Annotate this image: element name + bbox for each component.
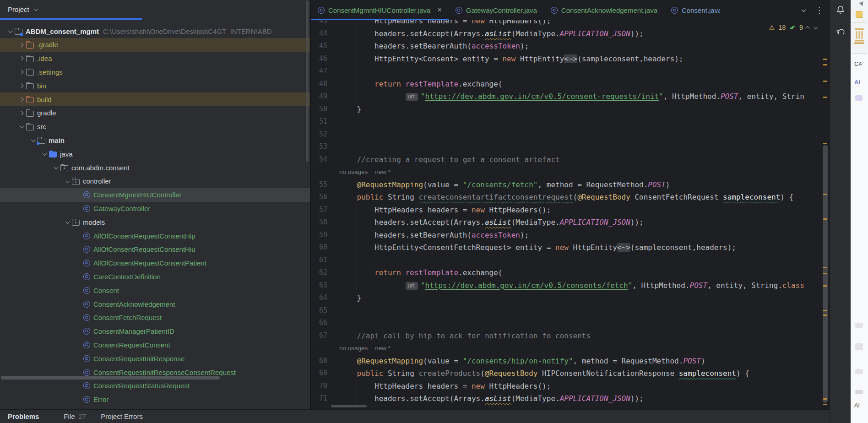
line-number[interactable]: 44	[311, 27, 327, 40]
code-line[interactable]: 57 HttpHeaders headers = new HttpHeaders…	[311, 204, 822, 217]
chevron-down-icon[interactable]	[31, 137, 35, 141]
tree-item-Error[interactable]: CError	[0, 393, 310, 407]
line-number[interactable]: 47	[311, 65, 327, 78]
line-number[interactable]: 43	[311, 20, 327, 27]
chevron-down-icon[interactable]	[20, 124, 24, 128]
tree-item-java[interactable]: java	[0, 147, 310, 161]
tree-item-bin[interactable]: bin	[0, 79, 310, 92]
code-line[interactable]: 63 url:"https://dev.abdm.gov.in/cm/v0.5/…	[311, 279, 822, 292]
tree-item-CareContextDefinition[interactable]: CCareContextDefinition	[0, 270, 310, 283]
warning-stripe-mark[interactable]	[823, 285, 827, 287]
code-line[interactable]: 55 @RequestMapping(value = "/consents/fe…	[311, 179, 822, 191]
chevron-down-icon[interactable]	[65, 219, 70, 223]
tab-file[interactable]: File	[64, 412, 75, 420]
note-icon[interactable]	[856, 11, 863, 18]
chevron-down-icon[interactable]	[43, 151, 47, 155]
code-line[interactable]: 71 headers.setAccept(Arrays.asList(Media…	[311, 392, 822, 405]
line-number[interactable]: 57	[311, 204, 327, 217]
tree-vertical-scrollbar[interactable]	[306, 0, 309, 162]
close-icon[interactable]: ×	[437, 6, 441, 14]
code-line[interactable]: 49 url:"https://dev.abdm.gov.in/cm/v0.5/…	[311, 90, 822, 103]
warning-stripe-mark[interactable]	[823, 398, 827, 400]
previous-problem-icon[interactable]	[805, 26, 810, 30]
tree-item-models[interactable]: models	[0, 215, 310, 229]
code-line[interactable]: 50 }	[311, 103, 822, 116]
line-number[interactable]: 71	[311, 392, 327, 405]
tree-item-.gradle[interactable]: .gradle	[0, 38, 310, 52]
chevron-right-icon[interactable]	[19, 111, 23, 115]
warning-stripe-mark[interactable]	[823, 143, 827, 144]
chevron-right-icon[interactable]	[19, 84, 23, 88]
warning-stripe-mark[interactable]	[823, 273, 827, 274]
code-line[interactable]: 62 return restTemplate.exchange(	[311, 266, 822, 279]
gradle-icon[interactable]	[830, 26, 851, 37]
line-number[interactable]: 68	[311, 355, 327, 368]
tree-item-.idea[interactable]: .idea	[0, 52, 310, 65]
line-number[interactable]: 50	[311, 103, 327, 116]
notifications-bell-icon[interactable]	[830, 5, 851, 15]
line-number[interactable]: 69	[311, 367, 327, 380]
code-line[interactable]: 64 }	[311, 292, 822, 304]
tree-item-ConsentFetchRequest[interactable]: CConsentFetchRequest	[0, 311, 310, 325]
code-line[interactable]: 53	[311, 141, 822, 153]
chevron-down-icon[interactable]	[65, 179, 70, 183]
tree-horizontal-scrollbar[interactable]	[1, 376, 220, 380]
chevron-down-icon[interactable]	[34, 6, 38, 11]
code-line[interactable]: no usagesnew *	[311, 342, 822, 355]
tree-item-.settings[interactable]: .settings	[0, 65, 310, 79]
tree-item-gradle[interactable]: gradle	[0, 106, 310, 120]
line-number[interactable]: 63	[311, 279, 327, 292]
project-panel-header[interactable]: Project	[0, 0, 310, 19]
line-number[interactable]: 70	[311, 380, 327, 393]
line-number[interactable]: 49	[311, 90, 327, 103]
chevron-right-icon[interactable]	[19, 43, 23, 47]
line-number[interactable]: 51	[311, 115, 327, 128]
code-line[interactable]: 65	[311, 304, 822, 317]
warning-stripe-mark[interactable]	[823, 267, 827, 268]
code-line[interactable]: 54 //creating a request to get a consent…	[311, 153, 822, 166]
line-number[interactable]: 60	[311, 241, 327, 254]
code-line[interactable]: 69 public String createProducts(@Request…	[311, 367, 822, 380]
warning-stripe-mark[interactable]	[823, 310, 827, 311]
line-number[interactable]: 59	[311, 229, 327, 242]
line-number[interactable]: 52	[311, 128, 327, 141]
code-line[interactable]: 58 headers.setAccept(Arrays.asList(Media…	[311, 216, 822, 229]
warning-stripe-mark[interactable]	[823, 59, 827, 60]
editor-tab-GatewayController.java[interactable]: CGatewayController.java	[449, 0, 544, 20]
line-number[interactable]: 58	[311, 216, 327, 229]
chevron-down-icon[interactable]	[8, 28, 12, 33]
tree-item-Consent[interactable]: CConsent	[0, 283, 310, 297]
code-line[interactable]: 60 HttpEntity<ConsentFetchRequest> entit…	[311, 241, 822, 254]
code-line[interactable]: 47	[311, 65, 822, 78]
code-line[interactable]: 45 headers.setBearerAuth(accessToken);	[311, 40, 822, 53]
line-number[interactable]: 64	[311, 292, 327, 304]
more-options-icon[interactable]: ⋮	[815, 5, 823, 15]
editor-tab-Consent.java[interactable]: CConsent.java	[664, 0, 727, 20]
chevron-down-icon[interactable]	[54, 165, 58, 169]
error-stripe[interactable]	[821, 20, 830, 409]
tree-item-ABDM_consent_mgmt[interactable]: ABDM_consent_mgmtC:\Users\shahi\OneDrive…	[0, 24, 310, 38]
code-line[interactable]: 56 public String createconsentartifactco…	[311, 191, 822, 204]
line-number[interactable]: 48	[311, 78, 327, 91]
inspection-widget[interactable]: ⚠ 18 ✔✔ 9	[769, 24, 817, 31]
tree-item-com.abdm.consent[interactable]: com.abdm.consent	[0, 161, 310, 174]
tree-item-controller[interactable]: controller	[0, 174, 310, 188]
code-line[interactable]: 51	[311, 115, 822, 128]
line-number[interactable]: 66	[311, 317, 327, 330]
tree-item-ConsentMgmntHIUController[interactable]: CConsentMgmntHIUController	[0, 188, 310, 202]
tree-item-build[interactable]: build	[0, 92, 310, 106]
warning-stripe-mark[interactable]	[823, 64, 827, 65]
tree-item-AllOfConsentRequestConsentHip[interactable]: CAllOfConsentRequestConsentHip	[0, 229, 310, 243]
line-number[interactable]: 61	[311, 254, 327, 267]
tree-item-ConsentRequestConsent[interactable]: CConsentRequestConsent	[0, 338, 310, 352]
chevron-right-icon[interactable]	[19, 97, 23, 101]
code-line[interactable]: 61	[311, 254, 822, 267]
pillar-icon[interactable]	[854, 27, 864, 46]
code-line[interactable]: 52	[311, 128, 822, 141]
line-number[interactable]: 45	[311, 40, 327, 53]
code-line[interactable]: 43 HttpHeaders headers = new HttpHeaders…	[311, 20, 822, 27]
tab-list-chevron-icon[interactable]	[802, 7, 806, 11]
tree-item-AllOfConsentRequestConsentPatient[interactable]: CAllOfConsentRequestConsentPatient	[0, 256, 310, 270]
line-number[interactable]: 65	[311, 304, 327, 317]
line-number[interactable]: 46	[311, 53, 327, 65]
